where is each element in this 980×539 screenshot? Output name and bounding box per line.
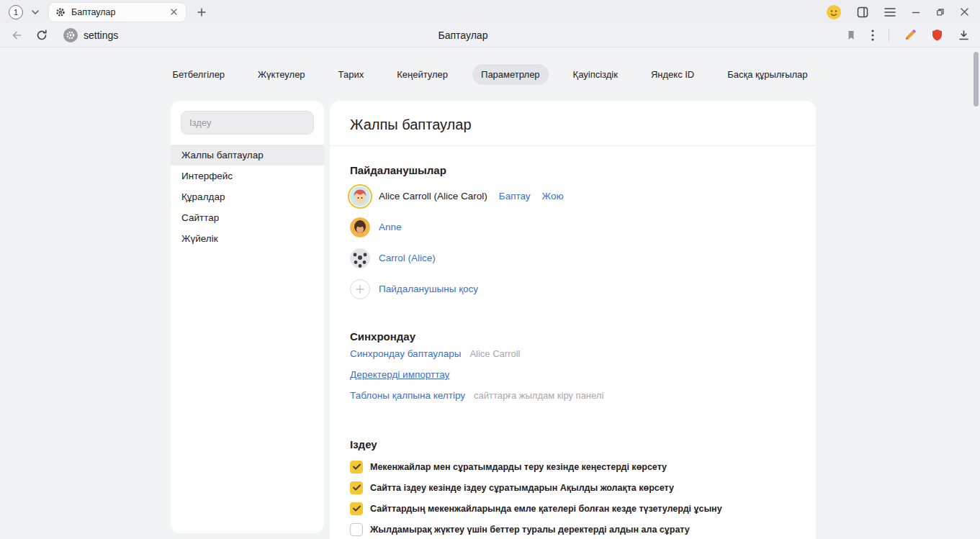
user-row-carrol: Carrol (Alice) (350, 243, 796, 273)
option-label: Сайттардың мекенжайларында емле қателері… (370, 504, 722, 514)
new-tab-button[interactable] (194, 5, 209, 19)
bookmark-flag-icon[interactable] (845, 30, 857, 41)
user-row-anne: Anne (350, 212, 796, 243)
option-label: Мекенжайлар мен сұратымдарды теру кезінд… (370, 462, 667, 472)
browser-tab-settings[interactable]: Баптаулар (49, 3, 186, 22)
nav-tab-other-devices[interactable]: Басқа құрылғылар (719, 64, 816, 85)
avatar-alice-carroll (350, 186, 370, 207)
sidebar-item-general[interactable]: Жалпы баптаулар (171, 145, 324, 166)
reload-icon[interactable] (36, 30, 48, 41)
settings-main-panel: Жалпы баптаулар Пайдаланушылар Alice Car… (330, 101, 816, 539)
checkbox-suggestions[interactable] (350, 461, 363, 474)
address-bar[interactable]: settings (63, 28, 118, 42)
side-panel-icon[interactable] (857, 6, 868, 18)
toolbar-divider (889, 29, 889, 42)
nav-tab-yandex-id[interactable]: Яндекс ID (642, 64, 703, 85)
back-icon[interactable] (10, 29, 23, 42)
user-remove-link[interactable]: Жою (542, 191, 564, 201)
option-row-typo-fix[interactable]: Сайттардың мекенжайларында емле қателері… (350, 498, 796, 519)
tab-strip: 1 Баптаулар (0, 0, 980, 24)
tab-count-button[interactable]: 1 (9, 5, 23, 19)
search-heading: Іздеу (350, 438, 796, 450)
user-link-anne[interactable]: Anne (379, 222, 402, 232)
add-user-link[interactable]: Пайдаланушыны қосу (379, 284, 478, 294)
import-data-row: Деректерді импорттау (350, 369, 796, 390)
nav-tab-security[interactable]: Қауіпсіздік (565, 64, 626, 85)
main-section-title: Жалпы баптаулар (330, 101, 816, 146)
profile-avatar-icon[interactable] (827, 5, 841, 19)
site-settings-icon (63, 28, 78, 42)
nav-tab-extensions[interactable]: Кеңейтулер (388, 64, 457, 85)
nav-tab-bookmarks[interactable]: Бетбелгілер (163, 64, 233, 85)
sync-settings-row: Синхрондау баптаулары Alice Carroll (350, 348, 796, 369)
nav-tab-history[interactable]: Тарих (330, 64, 373, 85)
tab-list-chevron-icon[interactable] (29, 7, 42, 17)
sidebar-item-interface[interactable]: Интерфейс (171, 166, 324, 186)
add-user-plus-icon[interactable] (350, 279, 370, 299)
gear-favicon-icon (55, 7, 66, 17)
checkbox-typo-fix[interactable] (350, 502, 363, 515)
minimize-icon[interactable] (912, 8, 920, 17)
user-name-current: Alice Carroll (Alice Carol) (379, 191, 487, 201)
sync-settings-note: Alice Carroll (469, 348, 520, 359)
option-row-site-search[interactable]: Сайтта іздеу кезінде іздеу сұратымдарын … (350, 477, 796, 498)
restore-window-icon[interactable] (936, 8, 945, 17)
tab-title: Баптаулар (71, 7, 168, 17)
sidebar-menu: Жалпы баптаулар Интерфейс Құралдар Сайтт… (171, 145, 324, 249)
option-row-suggestions[interactable]: Мекенжайлар мен сұратымдарды теру кезінд… (350, 456, 796, 477)
search-input[interactable] (181, 111, 314, 135)
url-text: settings (84, 30, 118, 41)
avatar-carrol (350, 248, 370, 268)
checkbox-site-search[interactable] (350, 481, 363, 494)
toolbar-right-icons (845, 29, 970, 42)
restore-tableau-note: сайттарға жылдам кіру панелі (474, 390, 603, 401)
users-heading: Пайдаланушылар (350, 164, 796, 176)
user-configure-link[interactable]: Баптау (499, 191, 531, 201)
option-label: Сайтта іздеу кезінде іздеу сұратымдарын … (370, 483, 674, 493)
restore-tableau-row: Таблоны қалпына келтіру сайттарға жылдам… (350, 390, 796, 411)
close-window-icon[interactable] (961, 8, 968, 16)
page-title: Баптаулар (65, 30, 861, 41)
add-user-row[interactable]: Пайдаланушыны қосу (350, 273, 796, 304)
tabbar-right-controls (827, 5, 971, 19)
sidebar-item-sites[interactable]: Сайттар (171, 207, 324, 228)
pencil-edit-icon[interactable] (904, 29, 917, 42)
address-toolbar: settings Баптаулар (0, 24, 980, 47)
user-row-current: Alice Carroll (Alice Carol) Баптау Жою (350, 181, 796, 212)
menu-icon[interactable] (884, 8, 896, 17)
protect-shield-icon[interactable] (931, 29, 943, 42)
settings-sidebar: Жалпы баптаулар Интерфейс Құралдар Сайтт… (171, 101, 324, 533)
page-scrollbar-thumb[interactable] (974, 52, 979, 107)
option-row-prefetch[interactable]: Жылдамырақ жүктеу үшін беттер туралы дер… (350, 519, 796, 539)
download-icon[interactable] (958, 30, 970, 41)
sync-settings-link[interactable]: Синхрондау баптаулары (350, 348, 461, 359)
sidebar-item-tools[interactable]: Құралдар (171, 186, 324, 207)
more-dots-icon[interactable] (871, 30, 874, 41)
restore-tableau-link[interactable]: Таблоны қалпына келтіру (350, 390, 465, 401)
import-data-link[interactable]: Деректерді импорттау (350, 369, 449, 380)
nav-tab-downloads[interactable]: Жүктеулер (249, 64, 314, 85)
checkbox-prefetch[interactable] (350, 523, 363, 536)
sync-heading: Синхрондау (350, 330, 796, 343)
settings-nav-tabs: Бетбелгілер Жүктеулер Тарих Кеңейтулер П… (0, 63, 980, 85)
nav-tab-settings[interactable]: Параметрлер (472, 64, 549, 85)
sidebar-item-system[interactable]: Жүйелік (171, 228, 324, 249)
tab-close-icon[interactable] (168, 6, 179, 17)
option-label: Жылдамырақ жүктеу үшін беттер туралы дер… (370, 525, 690, 535)
avatar-anne (350, 217, 370, 237)
user-link-carrol[interactable]: Carrol (Alice) (379, 253, 436, 263)
